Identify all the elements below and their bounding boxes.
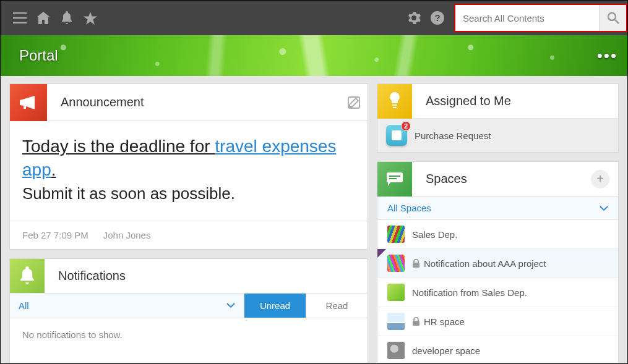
search-input[interactable] xyxy=(455,5,599,31)
spaces-list: Sales Dep.Notification about AAA project… xyxy=(377,220,618,363)
announcement-meta: Feb 27 7:09 PM John Jones xyxy=(10,221,368,249)
app-icon: 2 xyxy=(386,125,407,146)
banner: Portal ••• xyxy=(1,35,627,76)
svg-rect-5 xyxy=(389,176,400,177)
svg-text:?: ? xyxy=(434,12,440,23)
search-button[interactable] xyxy=(599,5,626,31)
space-thumb xyxy=(387,342,405,359)
chevron-down-icon xyxy=(226,303,235,308)
megaphone-icon xyxy=(10,84,47,121)
space-row[interactable]: Sales Dep. xyxy=(377,220,618,249)
bell-icon[interactable] xyxy=(55,6,79,30)
lock-icon xyxy=(412,317,420,326)
gear-icon[interactable] xyxy=(402,6,426,30)
home-icon[interactable] xyxy=(32,6,55,30)
announcement-time: Feb 27 7:09 PM xyxy=(22,230,88,240)
notifications-filter-all[interactable]: All xyxy=(10,294,244,318)
notifications-title: Notifications xyxy=(45,269,368,283)
edit-icon[interactable] xyxy=(340,96,368,109)
announcement-headline: Today is the deadline for travel expense… xyxy=(22,135,355,182)
menu-icon[interactable] xyxy=(8,6,32,30)
space-row[interactable]: developer space xyxy=(377,336,618,363)
space-thumb xyxy=(387,313,405,330)
spaces-card: Spaces + All Spaces Sales Dep.Notificati… xyxy=(377,161,619,363)
add-space-button[interactable]: + xyxy=(591,170,609,188)
help-icon[interactable]: ? xyxy=(426,6,449,30)
space-label: Notification about AAA project xyxy=(424,258,546,269)
announcement-card: Announcement Today is the deadline for t… xyxy=(9,83,368,250)
svg-point-2 xyxy=(608,13,616,20)
space-label: developer space xyxy=(412,345,480,356)
space-row[interactable]: Notification about AAA project xyxy=(377,249,618,278)
space-label: HR space xyxy=(424,316,465,327)
search-box xyxy=(454,4,627,32)
svg-rect-4 xyxy=(387,172,403,182)
space-label: Notification from Sales Dep. xyxy=(412,287,527,298)
svg-rect-7 xyxy=(413,263,419,268)
notifications-bell-icon xyxy=(10,258,45,293)
notifications-read-button[interactable]: Read xyxy=(306,294,368,318)
left-column: Announcement Today is the deadline for t… xyxy=(9,83,368,363)
page-title: Portal xyxy=(19,47,58,64)
announcement-title: Announcement xyxy=(47,95,340,109)
notifications-empty: No notifications to show. xyxy=(10,318,368,351)
lock-icon xyxy=(412,259,420,268)
assigned-item[interactable]: 2 Purchase Request xyxy=(377,119,618,152)
announcement-body: Submit it as soon as possible. xyxy=(22,184,355,203)
chevron-down-icon xyxy=(600,206,608,211)
speech-icon xyxy=(377,162,412,197)
badge: 2 xyxy=(401,121,411,131)
space-thumb xyxy=(387,284,405,301)
spaces-title: Spaces xyxy=(412,172,591,186)
star-icon[interactable] xyxy=(79,6,102,30)
notifications-card: Notifications All Unread Read No notific… xyxy=(9,258,368,363)
lightbulb-icon xyxy=(377,84,412,119)
spaces-filter[interactable]: All Spaces xyxy=(377,197,618,220)
main: Announcement Today is the deadline for t… xyxy=(1,76,627,363)
svg-rect-6 xyxy=(389,178,397,179)
announcement-author: John Jones xyxy=(103,230,151,240)
assigned-card: Assigned to Me 2 Purchase Request xyxy=(377,83,619,153)
space-thumb xyxy=(387,226,405,243)
space-thumb xyxy=(387,255,405,272)
assigned-title: Assigned to Me xyxy=(412,94,618,108)
space-label: Sales Dep. xyxy=(412,229,457,240)
banner-more-icon[interactable]: ••• xyxy=(597,46,617,66)
assigned-item-label: Purchase Request xyxy=(415,130,491,141)
space-row[interactable]: Notification from Sales Dep. xyxy=(377,278,618,307)
topbar: ? xyxy=(1,1,627,35)
right-column: Assigned to Me 2 Purchase Request Spaces… xyxy=(377,83,619,363)
svg-rect-8 xyxy=(413,321,419,326)
notifications-unread-button[interactable]: Unread xyxy=(244,294,306,318)
space-row[interactable]: HR space xyxy=(377,307,618,336)
